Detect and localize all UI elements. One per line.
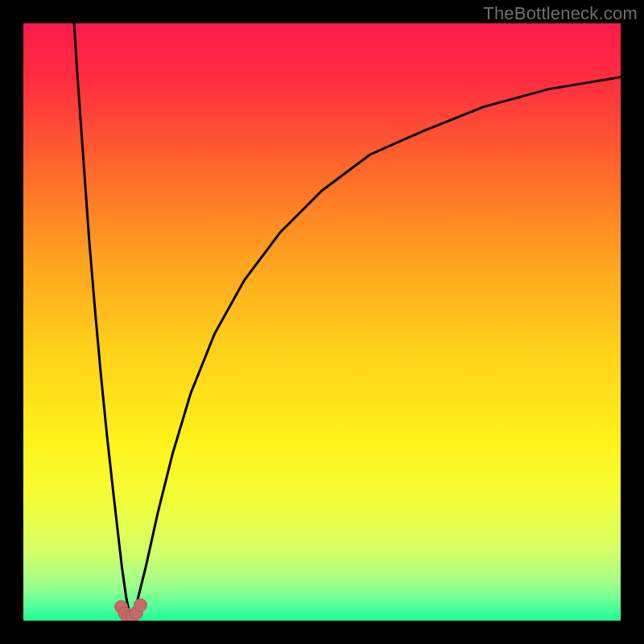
chart-svg (23, 23, 621, 621)
watermark-text: TheBottleneck.com (483, 3, 638, 24)
gradient-background (23, 23, 621, 621)
chart-frame (23, 23, 621, 621)
marker-dot (134, 599, 147, 612)
